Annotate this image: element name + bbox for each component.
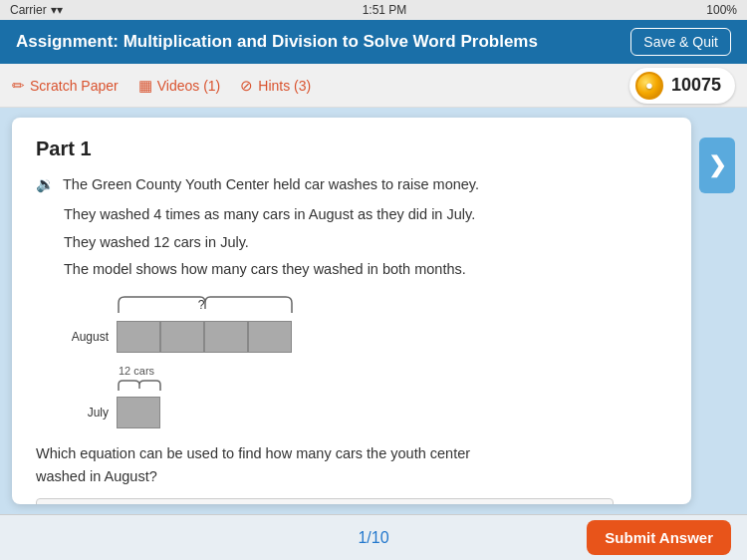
videos-button[interactable]: ▦ Videos (1) bbox=[138, 77, 221, 95]
submit-answer-button[interactable]: Submit Answer bbox=[587, 520, 731, 555]
content-card: Part 1 🔉 The Green County Youth Center h… bbox=[12, 118, 691, 504]
carrier-label: Carrier bbox=[10, 3, 47, 17]
status-bar: Carrier ▾▾ 1:51 PM 100% bbox=[0, 0, 747, 20]
battery-label: 100% bbox=[706, 3, 737, 17]
next-button[interactable]: ❯ bbox=[699, 138, 735, 193]
video-icon: ▦ bbox=[138, 77, 152, 95]
part-label: Part 1 bbox=[36, 138, 667, 160]
july-brace-label: 12 cars bbox=[119, 365, 154, 377]
aug-block-3 bbox=[204, 321, 248, 353]
july-block-1 bbox=[117, 397, 160, 428]
scratch-paper-button[interactable]: ✏ Scratch Paper bbox=[12, 77, 119, 95]
answer-input-strip[interactable] bbox=[36, 498, 614, 504]
next-arrow-icon: ❯ bbox=[708, 152, 726, 178]
save-quit-button[interactable]: Save & Quit bbox=[630, 28, 731, 56]
scratch-paper-label: Scratch Paper bbox=[30, 78, 119, 94]
hints-button[interactable]: ⊘ Hints (3) bbox=[240, 77, 311, 95]
time-label: 1:51 PM bbox=[363, 3, 407, 17]
speaker-icon[interactable]: 🔉 bbox=[36, 175, 55, 193]
score-value: 10075 bbox=[671, 75, 721, 96]
aug-block-4 bbox=[248, 321, 292, 353]
problem-line-3: They washed 12 cars in July. bbox=[64, 232, 667, 254]
july-row: July bbox=[64, 397, 667, 428]
aug-block-2 bbox=[160, 321, 204, 353]
problem-line-4: The model shows how many cars they washe… bbox=[64, 259, 667, 281]
aug-block-1 bbox=[117, 321, 160, 353]
score-area: ● 10075 bbox=[629, 68, 735, 104]
august-label: August bbox=[64, 330, 109, 344]
problem-first-line: 🔉 The Green County Youth Center held car… bbox=[36, 174, 667, 196]
main-content: Part 1 🔉 The Green County Youth Center h… bbox=[0, 108, 747, 514]
hints-label: Hints (3) bbox=[258, 78, 311, 94]
problem-line-1: The Green County Youth Center held car w… bbox=[63, 174, 479, 196]
videos-label: Videos (1) bbox=[157, 78, 221, 94]
header: Assignment: Multiplication and Division … bbox=[0, 20, 747, 64]
question-line: Which equation can be used to find how m… bbox=[36, 445, 470, 484]
question-text: Which equation can be used to find how m… bbox=[36, 442, 667, 488]
hints-icon: ⊘ bbox=[240, 77, 253, 95]
toolbar: ✏ Scratch Paper ▦ Videos (1) ⊘ Hints (3)… bbox=[0, 64, 747, 108]
page-indicator: 1/10 bbox=[358, 529, 388, 547]
wifi-icon: ▾▾ bbox=[51, 3, 63, 17]
july-label: July bbox=[64, 406, 109, 420]
svg-text:?: ? bbox=[198, 298, 205, 312]
august-brace: ? bbox=[117, 295, 294, 317]
august-blocks bbox=[117, 321, 292, 353]
july-brace bbox=[117, 379, 162, 395]
bottom-bar: 1/10 Submit Answer bbox=[0, 514, 747, 560]
problem-line-2: They washed 4 times as many cars in Augu… bbox=[64, 204, 667, 226]
coin-icon: ● bbox=[635, 72, 663, 100]
august-row: August bbox=[64, 321, 667, 353]
pencil-icon: ✏ bbox=[12, 77, 25, 95]
header-title: Assignment: Multiplication and Division … bbox=[16, 32, 538, 52]
diagram: ? August 12 cars July bbox=[64, 295, 667, 428]
